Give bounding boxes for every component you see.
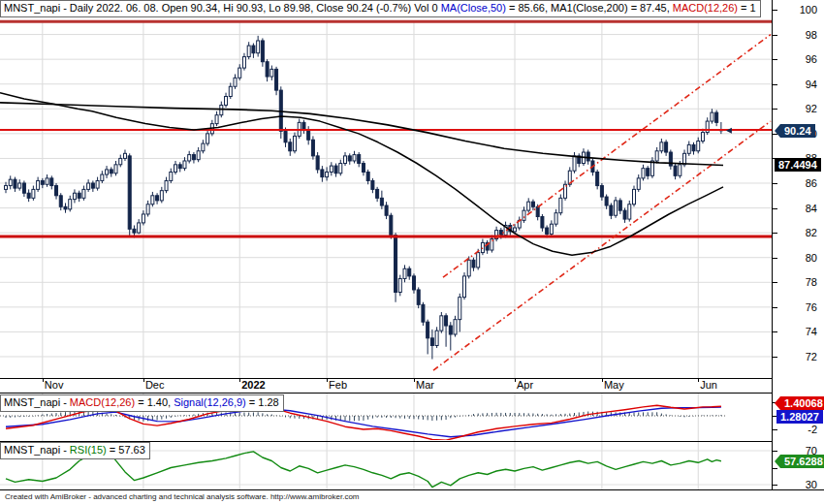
date-axis[interactable]: NovDec2022FebMarAprMayJun: [0, 378, 772, 394]
axis-tick: [773, 468, 777, 469]
candle-body: [220, 105, 223, 114]
month-label: Mar: [416, 379, 434, 391]
candle-body: [27, 193, 30, 198]
candle-body: [82, 189, 85, 198]
candle-body: [339, 164, 342, 173]
candle-body: [499, 231, 502, 236]
candle-body: [711, 112, 713, 121]
panel-separator: [0, 378, 772, 379]
axis-tick-label: 100: [776, 4, 817, 16]
candle-body: [637, 178, 640, 190]
candle-body: [170, 172, 173, 180]
candle-body: [37, 180, 40, 189]
candle-body: [252, 46, 255, 53]
month-label: 2022: [241, 379, 265, 391]
candle-body: [284, 131, 287, 142]
macd-title-segment: = 1.40,: [135, 396, 174, 408]
candle-body: [114, 165, 117, 173]
trend-channel-line[interactable]: [443, 35, 771, 278]
candle-body: [334, 166, 337, 173]
candle-body: [417, 290, 420, 304]
candle-body: [64, 206, 67, 209]
candle-body: [459, 298, 461, 320]
candle-body: [376, 189, 379, 198]
price-chart-canvas[interactable]: [0, 0, 772, 378]
candle-body: [358, 155, 361, 164]
candle-body: [398, 278, 401, 292]
candle-body: [215, 115, 218, 124]
axis-tick-label: 86: [776, 177, 817, 189]
candle-body: [380, 198, 383, 205]
candle-body: [128, 156, 131, 229]
candle-body: [408, 268, 411, 276]
candle-body: [390, 215, 393, 235]
candle-body: [596, 172, 599, 185]
candle-body: [293, 136, 296, 150]
candle-body: [119, 158, 122, 164]
axis-tick-label: 94: [776, 79, 817, 90]
candle-body: [123, 153, 126, 158]
month-label: May: [604, 379, 624, 391]
last-bar-marker: [726, 128, 732, 134]
candle-body: [605, 197, 608, 205]
candle-body: [247, 46, 250, 57]
rsi-panel-title: MNST_napi - RSI(15) = 57.63: [0, 442, 150, 459]
axis-tick-label: 82: [776, 227, 817, 238]
candle-body: [225, 96, 228, 105]
axis-tick-label: 92: [776, 103, 817, 114]
candle-body: [615, 201, 618, 215]
candle-body: [422, 304, 425, 322]
candle-body: [647, 169, 650, 176]
candle-body: [366, 172, 369, 180]
price-title-segment: = 85.66,: [506, 2, 551, 14]
candle-body: [467, 260, 470, 276]
candle-body: [174, 165, 177, 173]
candle-body: [660, 142, 663, 151]
macd-value-axis-label: 1.40068: [780, 396, 824, 410]
month-label: Jun: [700, 379, 717, 391]
candle-body: [261, 41, 264, 62]
candle-body: [41, 180, 44, 184]
month-label: Nov: [45, 379, 64, 391]
candle-body: [73, 193, 76, 199]
macd-title-segment: = 1.28: [246, 396, 279, 408]
signal-value-axis-label: 1.28027: [776, 410, 823, 424]
candle-body: [142, 214, 144, 223]
candle-body: [348, 156, 351, 161]
month-label: Dec: [145, 379, 165, 391]
candle-body: [32, 189, 35, 198]
candle-body: [270, 69, 273, 77]
candle-body: [87, 183, 90, 189]
candle-body: [463, 276, 466, 298]
candle-body: [618, 201, 621, 210]
axis-tick-label: 72: [776, 351, 817, 362]
candle-body: [156, 196, 159, 201]
candle-body: [610, 205, 613, 215]
candle-body: [289, 142, 292, 151]
candle-body: [183, 161, 186, 169]
candle-body: [59, 196, 62, 207]
candle-body: [165, 180, 168, 190]
panel-separator: [0, 393, 772, 394]
axis-tick-label: 30: [776, 479, 817, 490]
candle-body: [449, 326, 452, 334]
candle-body: [238, 68, 241, 78]
axis-tick-label: 76: [776, 301, 817, 313]
candle-body: [266, 62, 269, 77]
candle-body: [472, 260, 475, 268]
candle-body: [202, 143, 205, 151]
candle-body: [642, 169, 645, 178]
last-price-axis-label: 90.24: [780, 124, 815, 138]
candle-body: [385, 205, 388, 215]
candle-body: [427, 322, 429, 338]
candle-body: [206, 134, 209, 143]
candle-body: [257, 41, 260, 53]
candle-body: [197, 151, 200, 160]
price-title-segment: MACD(12,26): [673, 2, 738, 14]
candle-body: [5, 186, 8, 190]
candle-body: [101, 174, 104, 180]
candle-body: [412, 276, 415, 290]
value-axis[interactable]: 90.24 87.4494 1.40068 1.28027 57.6288 10…: [772, 0, 824, 489]
candle-body: [110, 170, 112, 173]
candle-body: [362, 164, 364, 173]
